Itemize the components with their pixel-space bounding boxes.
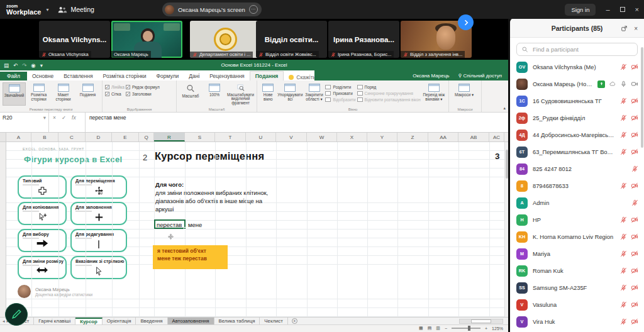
participant-row[interactable]: OVOksana Vilchynska (Me) xyxy=(510,58,644,75)
sign-in-button[interactable]: Sign in xyxy=(565,4,596,16)
tab-meeting[interactable]: Meeting xyxy=(57,6,94,13)
column-header-V[interactable]: V xyxy=(276,133,307,141)
close-panel-icon[interactable]: × xyxy=(634,25,638,32)
ribbon-tab[interactable]: Формули xyxy=(152,72,184,80)
view-button[interactable]: Подання xyxy=(76,82,99,106)
participant-row[interactable]: SSSamsung SM-A235F xyxy=(510,279,644,296)
annotation-pencil-button[interactable] xyxy=(5,303,28,326)
column-header-E[interactable]: E xyxy=(112,133,139,141)
column-header-W[interactable]: W xyxy=(307,133,337,141)
minimize-button[interactable]: – xyxy=(606,6,609,13)
video-thumbnail[interactable]: Ірина Рязанова...Ірина Рязанова, Борис..… xyxy=(328,21,399,58)
column-header-Q[interactable]: Q xyxy=(139,133,154,141)
show-checkbox[interactable]: ✓Рядок формул xyxy=(126,85,160,89)
next-participants-button[interactable] xyxy=(458,14,474,30)
select-all-corner[interactable] xyxy=(0,133,6,141)
column-header-B[interactable]: B xyxy=(31,133,58,141)
participant-row[interactable]: RKRoman Kuk xyxy=(510,262,644,279)
column-header-U[interactable]: U xyxy=(246,133,276,141)
shared-screen-pill[interactable]: Оксана Марець's screen ··· xyxy=(162,3,262,16)
ribbon-tab[interactable]: Основне xyxy=(27,72,58,80)
ribbon-tab[interactable]: Рецензування xyxy=(204,72,249,80)
video-thumbnail[interactable]: Oksana Vilchyns...Oksana Vilchynska xyxy=(39,21,110,58)
ribbon-tab[interactable]: Дані xyxy=(184,72,204,80)
ribbon-tab[interactable]: Файл xyxy=(0,72,27,80)
arrange-all-button[interactable]: Упорядкувати всі xyxy=(277,82,303,106)
undo-icon[interactable]: ↶ xyxy=(13,62,18,69)
normal-view-icon[interactable]: ▦ xyxy=(419,326,423,331)
participant-row[interactable]: 1С16 Судововишнянська ТГ xyxy=(510,92,644,109)
panel-scrollbar[interactable] xyxy=(641,47,643,148)
zoom-level[interactable]: 125% xyxy=(492,326,503,331)
zoom-slider[interactable] xyxy=(452,328,480,329)
zoom-in-icon[interactable]: + xyxy=(485,326,487,331)
macros-button[interactable]: Макроси ▾ xyxy=(452,82,477,106)
selected-cell-R20[interactable]: перестав xyxy=(154,219,186,229)
participant-search[interactable] xyxy=(516,43,638,56)
sheet-tab[interactable]: Велика таблиця xyxy=(214,318,260,324)
column-header-C[interactable]: C xyxy=(58,133,86,141)
participant-row[interactable]: 4Д44 Добросинсько-Магерівська ... xyxy=(510,126,644,143)
participant-row[interactable]: MMariya xyxy=(510,245,644,262)
collapse-ribbon-icon[interactable]: ▴ xyxy=(503,106,506,111)
fill-handle[interactable] xyxy=(184,227,186,230)
zoom-to-selection-button[interactable]: Масштабувати виділений фрагмент xyxy=(227,82,254,106)
cancel-icon[interactable]: × xyxy=(53,114,56,121)
popout-icon[interactable] xyxy=(621,25,628,32)
participant-row[interactable]: HHP xyxy=(510,211,644,228)
column-header-AB[interactable]: AB xyxy=(458,133,489,141)
column-header-Z[interactable]: Z xyxy=(397,133,428,141)
zoom-slider-thumb[interactable] xyxy=(468,326,470,331)
sheet-tab[interactable]: Орієнтація xyxy=(103,318,136,324)
show-checkbox[interactable]: ✓Сітка xyxy=(105,92,125,96)
sheet-tab[interactable]: Чеклист xyxy=(260,318,287,324)
sheet-tab[interactable]: Курсор xyxy=(75,318,103,324)
qat-dropdown-icon[interactable]: ▾ xyxy=(40,62,43,69)
close-button[interactable]: × xyxy=(635,6,639,13)
participant-row[interactable]: 2ф25_Рудки фінвідділ xyxy=(510,109,644,126)
split-button[interactable]: Розділити xyxy=(325,85,355,89)
maximize-button[interactable] xyxy=(620,7,625,12)
new-sheet-button[interactable]: + xyxy=(292,318,297,324)
sheet-tab[interactable]: Автозаповнення xyxy=(168,318,214,324)
participant-row[interactable]: 6Т63_Перемишлянська ТГ Володи... xyxy=(510,143,644,160)
zoom-out-icon[interactable]: − xyxy=(445,326,447,331)
video-thumbnail[interactable]: Оксана Марець xyxy=(111,21,182,58)
column-header-A[interactable]: A xyxy=(6,133,31,141)
view-button[interactable]: Розмітка сторінки xyxy=(27,82,50,106)
switch-windows-button[interactable]: Перехід між вікнами ▾ xyxy=(422,82,446,106)
worksheet-grid[interactable]: EXCEL. ОСНОВА. БАЗА. ГРУНТ Фігури курсор… xyxy=(0,142,504,317)
insert-function-icon[interactable]: fx xyxy=(72,114,76,121)
view-button[interactable]: Звичайний xyxy=(3,82,26,106)
participant-row[interactable]: Оксана Марець (Host) xyxy=(510,75,644,92)
video-thumbnail[interactable]: Відділ освіти...Відділ освіти Жовківс... xyxy=(256,21,327,58)
column-header-Y[interactable]: Y xyxy=(367,133,397,141)
participant-row[interactable]: AAdmin xyxy=(510,194,644,211)
view-button[interactable]: Макет сторінки xyxy=(52,82,75,106)
column-header-D[interactable]: D xyxy=(86,133,112,141)
participant-row[interactable]: VVira Huk xyxy=(510,313,644,330)
ribbon-tab[interactable]: Розмітка сторінки xyxy=(98,72,152,80)
page-break-view-icon[interactable]: ▥ xyxy=(436,326,440,331)
save-icon[interactable]: ▤ xyxy=(4,62,9,69)
ribbon-tab[interactable]: Подання xyxy=(250,71,284,80)
view-side-by-side-button[interactable]: Поряд xyxy=(357,85,421,89)
column-header-X[interactable]: X xyxy=(337,133,367,141)
share-workbook-button[interactable]: ⚲ Спільний доступ xyxy=(458,73,502,79)
freeze-panes-button[interactable]: Закріпити області ▾ xyxy=(304,82,325,106)
redo-icon[interactable]: ↷ xyxy=(22,62,26,69)
horizontal-scrollbar-thumb[interactable] xyxy=(471,319,491,323)
participant-row[interactable]: KHK. Horna Komarno Lviv Region xyxy=(510,228,644,245)
column-header-S[interactable]: S xyxy=(185,133,215,141)
formula-input[interactable]: перестав мене xyxy=(86,113,508,123)
ribbon-tab[interactable]: Вставлення xyxy=(58,72,97,80)
participant-row[interactable]: 887946878633 xyxy=(510,177,644,194)
participant-row[interactable]: VVasuluna xyxy=(510,296,644,313)
more-options-icon[interactable]: ··· xyxy=(249,5,258,14)
chevron-down-icon[interactable]: ▾ xyxy=(46,7,48,13)
name-box[interactable]: R20▾ xyxy=(0,113,49,132)
zoom-100-button[interactable]: 100% xyxy=(203,82,226,106)
column-header-R[interactable]: R xyxy=(154,133,185,141)
hide-button[interactable]: Приховати xyxy=(325,91,355,96)
sheet-tab[interactable]: Введення xyxy=(136,318,167,324)
